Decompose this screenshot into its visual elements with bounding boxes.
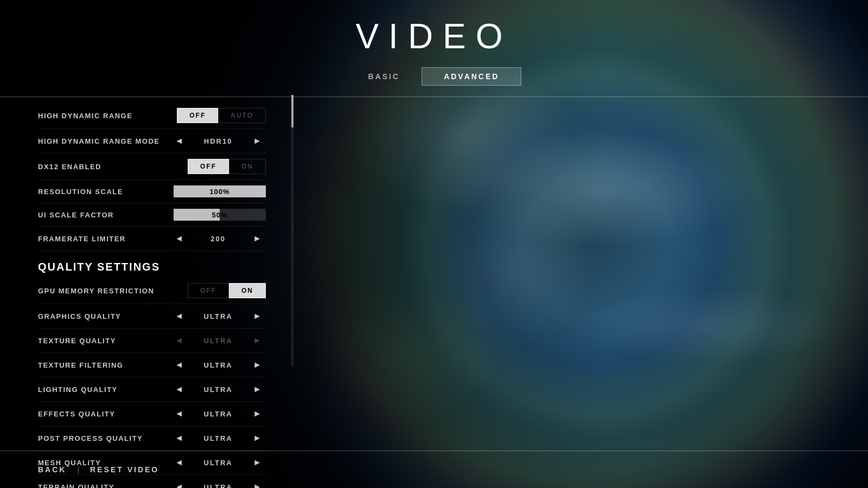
tab-divider (0, 97, 868, 97)
ui-scale-control[interactable]: 50% (174, 209, 266, 221)
scrollbar-thumb[interactable] (291, 95, 293, 127)
back-button[interactable]: BACK (38, 462, 66, 477)
texture-quality-selector: ◄ ULTRA ► (170, 334, 266, 347)
setting-lighting-quality: LIGHTING QUALITY ◄ ULTRA ► (38, 377, 266, 402)
setting-effects-quality: EFFECTS QUALITY ◄ ULTRA ► (38, 402, 266, 426)
scrollbar[interactable] (291, 95, 293, 366)
resolution-scale-slider[interactable]: 100% (174, 185, 266, 197)
reset-video-button[interactable]: RESET VIDEO (90, 462, 159, 477)
framerate-label: FRAMERATE LIMITER (38, 235, 170, 243)
hdr-mode-value: HDR10 (196, 137, 240, 145)
gpu-memory-on-btn[interactable]: ON (229, 283, 266, 298)
graphics-quality-next[interactable]: ► (248, 310, 266, 323)
header: VIDEO (0, 0, 868, 67)
setting-ui-scale: UI SCALE FACTOR 50% (38, 203, 266, 227)
lighting-quality-prev[interactable]: ◄ (170, 383, 188, 396)
hdr-off-btn[interactable]: OFF (177, 108, 218, 123)
gpu-memory-off-btn[interactable]: OFF (188, 283, 229, 298)
dx12-on-btn[interactable]: ON (229, 159, 266, 174)
post-process-value: ULTRA (196, 434, 240, 442)
setting-gpu-memory: GPU MEMORY RESTRICTION OFF ON (38, 278, 266, 304)
setting-resolution-scale: RESOLUTION SCALE 100% (38, 180, 266, 203)
graphics-quality-label: GRAPHICS QUALITY (38, 312, 170, 320)
dx12-toggle: OFF ON (188, 159, 266, 174)
hdr-label: HIGH DYNAMIC RANGE (38, 112, 177, 120)
setting-texture-quality: TEXTURE QUALITY ◄ ULTRA ► (38, 329, 266, 353)
setting-graphics-quality: GRAPHICS QUALITY ◄ ULTRA ► (38, 304, 266, 329)
resolution-scale-label: RESOLUTION SCALE (38, 188, 174, 196)
footer: BACK | RESET VIDEO (0, 451, 868, 488)
texture-filtering-next[interactable]: ► (248, 358, 266, 371)
texture-filtering-selector: ◄ ULTRA ► (170, 358, 266, 371)
settings-panel: HIGH DYNAMIC RANGE OFF AUTO HIGH DYNAMIC… (0, 102, 304, 488)
texture-quality-value: ULTRA (196, 337, 240, 345)
quality-section-header: QUALITY SETTINGS (38, 251, 266, 278)
graphics-quality-prev[interactable]: ◄ (170, 310, 188, 323)
tab-basic[interactable]: BASIC (347, 67, 422, 86)
texture-quality-next[interactable]: ► (248, 334, 266, 347)
effects-quality-selector: ◄ ULTRA ► (170, 407, 266, 420)
effects-quality-label: EFFECTS QUALITY (38, 410, 170, 418)
hdr-mode-prev[interactable]: ◄ (170, 134, 188, 147)
setting-hdr-mode: HIGH DYNAMIC RANGE MODE ◄ HDR10 ► (38, 129, 266, 153)
page-title: VIDEO (0, 16, 868, 56)
post-process-label: POST PROCESS QUALITY (38, 434, 170, 442)
post-process-selector: ◄ ULTRA ► (170, 432, 266, 445)
hdr-mode-label: HIGH DYNAMIC RANGE MODE (38, 137, 170, 145)
texture-filtering-value: ULTRA (196, 361, 240, 369)
setting-dx12: DX12 ENABLED OFF ON (38, 153, 266, 180)
gpu-memory-label: GPU MEMORY RESTRICTION (38, 287, 188, 295)
post-process-next[interactable]: ► (248, 432, 266, 445)
hdr-toggle: OFF AUTO (177, 108, 266, 123)
quality-section-title: QUALITY SETTINGS (38, 261, 160, 273)
lighting-quality-label: LIGHTING QUALITY (38, 386, 170, 394)
post-process-prev[interactable]: ◄ (170, 432, 188, 445)
framerate-prev[interactable]: ◄ (170, 232, 188, 245)
ui-scale-value: 50% (174, 211, 266, 219)
lighting-quality-value: ULTRA (196, 386, 240, 394)
texture-quality-label: TEXTURE QUALITY (38, 337, 170, 345)
resolution-scale-control[interactable]: 100% (174, 185, 266, 197)
ui-scale-slider[interactable]: 50% (174, 209, 266, 221)
lighting-quality-next[interactable]: ► (248, 383, 266, 396)
effects-quality-next[interactable]: ► (248, 407, 266, 420)
graphics-quality-selector: ◄ ULTRA ► (170, 310, 266, 323)
dx12-off-btn[interactable]: OFF (188, 159, 229, 174)
framerate-value: 200 (196, 235, 240, 243)
texture-filtering-label: TEXTURE FILTERING (38, 361, 170, 369)
framerate-next[interactable]: ► (248, 232, 266, 245)
graphics-quality-value: ULTRA (196, 312, 240, 320)
texture-filtering-prev[interactable]: ◄ (170, 358, 188, 371)
resolution-scale-value: 100% (174, 188, 266, 196)
lighting-quality-selector: ◄ ULTRA ► (170, 383, 266, 396)
footer-separator: | (77, 462, 79, 477)
effects-quality-value: ULTRA (196, 410, 240, 418)
framerate-selector: ◄ 200 ► (170, 232, 266, 245)
setting-texture-filtering: TEXTURE FILTERING ◄ ULTRA ► (38, 353, 266, 377)
effects-quality-prev[interactable]: ◄ (170, 407, 188, 420)
hdr-mode-selector: ◄ HDR10 ► (170, 134, 266, 147)
gpu-memory-toggle: OFF ON (188, 283, 266, 298)
setting-hdr: HIGH DYNAMIC RANGE OFF AUTO (38, 102, 266, 129)
setting-post-process: POST PROCESS QUALITY ◄ ULTRA ► (38, 426, 266, 451)
setting-framerate: FRAMERATE LIMITER ◄ 200 ► (38, 227, 266, 251)
tab-advanced[interactable]: ADVANCED (422, 67, 521, 86)
dx12-label: DX12 ENABLED (38, 163, 188, 171)
tab-bar: BASIC ADVANCED (0, 67, 868, 86)
hdr-auto-btn[interactable]: AUTO (218, 108, 266, 123)
ui-scale-label: UI SCALE FACTOR (38, 211, 174, 219)
hdr-mode-next[interactable]: ► (248, 134, 266, 147)
texture-quality-prev[interactable]: ◄ (170, 334, 188, 347)
